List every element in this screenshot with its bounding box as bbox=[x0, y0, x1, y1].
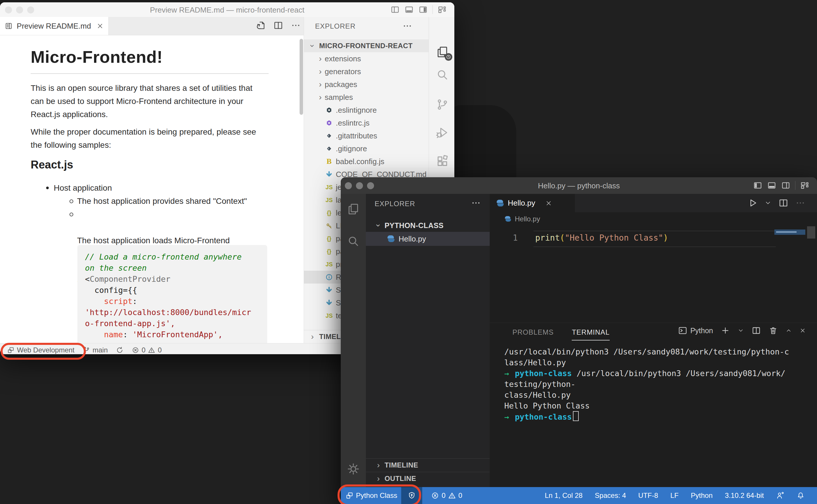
maximize-panel-chevron-icon[interactable] bbox=[785, 327, 792, 334]
tab-close-icon[interactable] bbox=[545, 200, 552, 207]
file-tree-row[interactable]: › JS {} B generators bbox=[304, 65, 429, 78]
editor-tabbar: Hello.py bbox=[490, 194, 817, 212]
source-control-icon[interactable] bbox=[436, 98, 449, 111]
cursor-position-item[interactable]: Ln 1, Col 28 bbox=[545, 491, 583, 500]
toggle-sidebar-icon[interactable] bbox=[390, 5, 400, 14]
titlebar-layout-controls bbox=[753, 181, 809, 190]
file-tree-row[interactable]: › JS {} B extensions bbox=[304, 52, 429, 65]
chevron-down-icon: › bbox=[308, 42, 317, 50]
chevron-right-icon: › bbox=[375, 460, 382, 470]
titlebar-layout-controls bbox=[390, 5, 447, 14]
problems-status-item[interactable]: 0 0 bbox=[132, 346, 162, 354]
run-python-file-icon[interactable] bbox=[748, 198, 757, 208]
eol-item[interactable]: LF bbox=[670, 491, 679, 500]
problems-status-item[interactable]: 0 0 bbox=[431, 491, 462, 500]
language-mode-item[interactable]: Python bbox=[691, 491, 713, 500]
encoding-item[interactable]: UTF-8 bbox=[638, 491, 658, 500]
explorer-icon[interactable] bbox=[347, 203, 360, 215]
tree-root-folder[interactable]: › PYTHON-CLASS bbox=[366, 219, 490, 232]
markdown-preview-pane[interactable]: Micro-Frontend! This is an open source l… bbox=[0, 35, 304, 343]
prompt-arrow: → bbox=[504, 412, 509, 421]
toggle-secondary-sidebar-icon[interactable] bbox=[418, 5, 428, 14]
git-branch-status-item[interactable]: main bbox=[83, 346, 108, 354]
extensions-icon[interactable] bbox=[436, 155, 449, 168]
terminal-profile-item[interactable]: Python bbox=[678, 326, 713, 335]
file-tree-row[interactable]: › JS {} B samples bbox=[304, 91, 429, 104]
divider bbox=[432, 5, 433, 14]
customize-layout-icon[interactable] bbox=[437, 5, 447, 14]
vscode-window-dark: Hello.py — python-class EXPLORER › PYTHO… bbox=[341, 177, 817, 504]
prompt-arrow: → bbox=[504, 369, 509, 378]
split-terminal-icon[interactable] bbox=[752, 326, 761, 335]
new-terminal-icon[interactable] bbox=[721, 326, 730, 335]
file-tree-row[interactable]: › JS {} B .eslintignore bbox=[304, 104, 429, 117]
minimap[interactable] bbox=[774, 230, 805, 235]
sidebar-title: EXPLORER bbox=[375, 200, 415, 208]
kill-terminal-trash-icon[interactable] bbox=[769, 326, 778, 335]
sync-status-item[interactable] bbox=[116, 346, 124, 354]
chevron-down-icon: › bbox=[374, 222, 383, 229]
sidebar-header: EXPLORER bbox=[304, 17, 429, 35]
open-source-file-icon[interactable] bbox=[256, 20, 266, 30]
run-debug-icon[interactable] bbox=[436, 126, 449, 139]
terminal-dropdown-chevron-icon[interactable] bbox=[738, 327, 744, 334]
sidebar-more-actions-icon[interactable] bbox=[402, 21, 412, 31]
annotation-ellipse-python-class bbox=[338, 484, 421, 504]
timeline-section-header[interactable]: › TIMELINE bbox=[366, 458, 490, 472]
split-editor-icon[interactable] bbox=[273, 20, 283, 30]
file-type-icon: JS {} B bbox=[325, 131, 333, 140]
outline-section-header[interactable]: › OUTLINE bbox=[366, 472, 490, 485]
error-icon bbox=[431, 491, 439, 500]
search-icon[interactable] bbox=[436, 68, 449, 81]
file-name: .gitignore bbox=[336, 144, 367, 153]
file-type-icon: JS {} B bbox=[325, 298, 333, 307]
terminal-output[interactable]: /usr/local/bin/python3 /Users/sandy081/w… bbox=[504, 346, 805, 422]
divider bbox=[795, 181, 795, 190]
breadcrumb[interactable]: Hello.py bbox=[504, 215, 540, 223]
file-type-icon: JS {} B bbox=[325, 221, 333, 230]
file-type-icon: JS {} B bbox=[325, 119, 333, 127]
file-tree-row[interactable]: › JS {} B .eslintrc.js bbox=[304, 117, 429, 129]
run-dropdown-chevron-icon[interactable] bbox=[764, 199, 771, 206]
indentation-item[interactable]: Spaces: 4 bbox=[595, 491, 626, 500]
more-actions-icon[interactable] bbox=[795, 198, 805, 208]
toggle-panel-icon[interactable] bbox=[767, 181, 776, 190]
markdown-sublist-item: The host application provides shared "Co… bbox=[77, 194, 247, 208]
file-tree-row-selected[interactable]: Hello.py bbox=[366, 232, 490, 246]
file-tree-row[interactable]: › JS {} B .gitattribute bbox=[304, 129, 429, 142]
split-editor-icon[interactable] bbox=[778, 198, 788, 208]
panel-actions: Python bbox=[678, 326, 806, 335]
tab-problems[interactable]: PROBLEMS bbox=[512, 328, 554, 336]
code-line[interactable]: print("Hello Python Class") bbox=[535, 233, 668, 243]
file-type-icon: JS {} B bbox=[325, 311, 333, 320]
feedback-item[interactable] bbox=[776, 491, 784, 500]
file-tree-row[interactable]: › JS {} B packages bbox=[304, 78, 429, 91]
tree-root-folder[interactable]: › MICRO-FRONTEND-REACT bbox=[304, 39, 429, 52]
notifications-item[interactable] bbox=[797, 491, 805, 500]
settings-gear-icon[interactable] bbox=[347, 463, 360, 475]
editor-scrollbar-thumb[interactable] bbox=[807, 226, 815, 239]
file-type-icon: JS {} B bbox=[325, 208, 333, 217]
toggle-panel-icon[interactable] bbox=[404, 5, 414, 14]
file-type-icon: JS {} B bbox=[325, 144, 333, 153]
file-tree-row[interactable]: › JS {} B babel.config. bbox=[304, 155, 429, 168]
more-actions-icon[interactable] bbox=[291, 20, 301, 30]
tab-close-icon[interactable] bbox=[96, 22, 104, 30]
customize-layout-icon[interactable] bbox=[800, 181, 809, 190]
toggle-secondary-sidebar-icon[interactable] bbox=[781, 181, 790, 190]
tab-terminal[interactable]: TERMINAL bbox=[572, 328, 609, 336]
search-icon[interactable] bbox=[347, 235, 360, 248]
markdown-h1: Micro-Frontend! bbox=[31, 47, 163, 67]
titlebar: Preview README.md — micro-frontend-react bbox=[0, 2, 454, 17]
tab-preview-readme[interactable]: Preview README.md bbox=[0, 17, 109, 35]
panel: PROBLEMS TERMINAL Python bbox=[490, 323, 817, 487]
editor-actions bbox=[256, 20, 301, 30]
toggle-sidebar-icon[interactable] bbox=[753, 181, 762, 190]
file-tree-row[interactable]: › JS {} B .gitignore bbox=[304, 142, 429, 155]
python-interpreter-item[interactable]: 3.10.2 64-bit bbox=[725, 491, 764, 500]
sidebar-more-actions-icon[interactable] bbox=[471, 198, 481, 208]
tab-hello-py[interactable]: Hello.py bbox=[490, 194, 575, 212]
close-panel-icon[interactable] bbox=[799, 327, 806, 334]
preview-scrollbar-thumb[interactable] bbox=[300, 39, 303, 115]
file-type-icon: JS {} B bbox=[325, 106, 333, 114]
